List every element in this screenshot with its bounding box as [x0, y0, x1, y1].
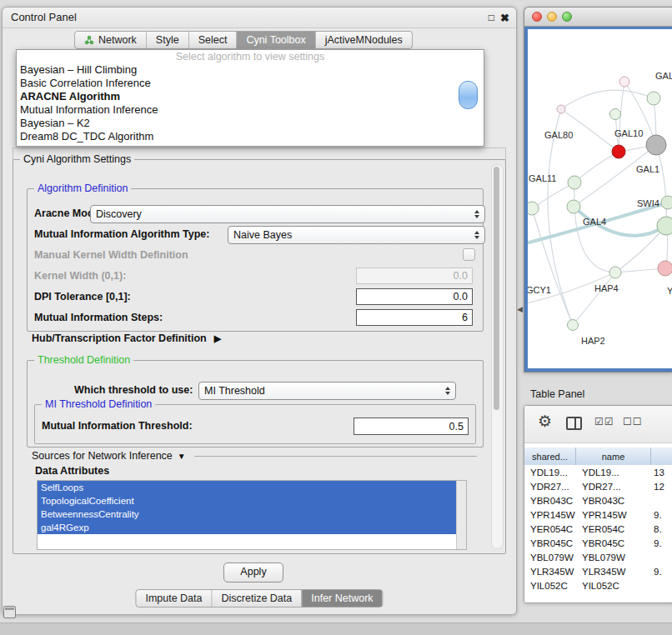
tab-impute-data[interactable]: Impute Data — [136, 590, 211, 607]
zoom-traffic-light-icon[interactable] — [562, 12, 572, 22]
tab-jactivemnodules[interactable]: jActiveMNodules — [315, 32, 412, 48]
attribute-item[interactable]: BetweennessCentrality — [38, 508, 457, 521]
network-graph: GAL80 GAL11 GAL10 GAL1 SWI4 GAL4 GCY1 HA… — [528, 29, 672, 368]
popup-placeholder-item[interactable]: Select algorithm to view settings — [17, 51, 484, 63]
combo-arrows-icon — [469, 231, 479, 239]
network-node-swi4[interactable] — [661, 196, 672, 209]
settings-scrollbar[interactable] — [491, 164, 504, 549]
node-label: Y — [667, 286, 672, 296]
table-row[interactable]: YBR045C YBR045C 9. — [524, 536, 672, 550]
network-canvas[interactable]: GAL80 GAL11 GAL10 GAL1 SWI4 GAL4 GCY1 HA… — [528, 29, 672, 368]
network-node-hap4[interactable] — [609, 267, 621, 278]
tab-style[interactable]: Style — [146, 32, 188, 48]
mi-steps-input[interactable] — [356, 309, 473, 326]
network-node[interactable] — [657, 217, 672, 235]
network-node-hap2[interactable] — [568, 320, 579, 331]
float-window-icon[interactable]: □ — [489, 12, 494, 22]
table-row[interactable]: YER054C YER054C 8. — [524, 522, 672, 536]
tab-infer-network[interactable]: Infer Network — [301, 590, 382, 607]
which-threshold-label: Which threshold to use: — [74, 384, 193, 396]
popup-option[interactable]: Bayesian – Hill Climbing — [17, 63, 484, 77]
attribute-item[interactable]: gal4RGexp — [38, 521, 457, 534]
network-node[interactable] — [619, 77, 629, 87]
hub-definition-toggle[interactable]: Hub/Transcription Factor Definition ▶ — [32, 332, 221, 344]
chevron-right-icon: ▶ — [214, 333, 221, 344]
column-header-partial[interactable] — [651, 448, 672, 465]
tab-discretize-data[interactable]: Discretize Data — [212, 590, 302, 607]
bottom-status-strip — [0, 622, 672, 635]
control-panel-window: Control Panel □ ✖ Network Style — [2, 7, 517, 615]
tab-cyni-toolbox[interactable]: Cyni Toolbox — [236, 32, 314, 48]
popup-option-selected[interactable]: ARACNE Algorithm — [17, 90, 484, 103]
column-header-shared-name[interactable]: shared... — [524, 448, 576, 465]
network-node[interactable] — [647, 92, 660, 105]
table-row[interactable]: YIL052C YIL052C — [524, 578, 672, 592]
control-panel-title: Control Panel — [11, 11, 77, 23]
network-node[interactable] — [557, 105, 565, 113]
node-label: HAP4 — [594, 283, 619, 293]
select-all-columns-icon[interactable]: ☑☑ — [594, 416, 614, 428]
network-node-gal10[interactable] — [612, 145, 625, 158]
dpi-tolerance-input[interactable] — [356, 288, 473, 305]
popup-option[interactable]: Basic Correlation Inference — [17, 77, 484, 90]
popup-option[interactable]: Dream8 DC_TDC Algorithm — [17, 130, 484, 143]
network-node-gal1[interactable] — [646, 135, 666, 155]
table-row[interactable]: YDR27... YDR27... 12 — [524, 479, 672, 493]
desktop: Control Panel □ ✖ Network Style — [0, 0, 672, 635]
network-node[interactable] — [610, 109, 621, 120]
network-view-window: GAL80 GAL11 GAL10 GAL1 SWI4 GAL4 GCY1 HA… — [524, 7, 672, 372]
tab-select[interactable]: Select — [188, 32, 237, 48]
table-row[interactable]: YLR345W YLR345W 9. — [524, 564, 672, 578]
aracne-mode-combo[interactable]: Discovery — [90, 205, 485, 223]
tab-network[interactable]: Network — [75, 32, 146, 48]
chevron-down-icon: ▼ — [178, 452, 186, 461]
attribute-item[interactable]: SelfLoops — [38, 481, 457, 494]
gear-icon[interactable]: ⚙ — [538, 413, 552, 429]
node-label: GAL4 — [583, 217, 606, 227]
network-node-gal11[interactable] — [568, 176, 581, 189]
panel-collapse-arrow-icon[interactable]: ◀ — [517, 305, 523, 313]
table-header: shared... name — [524, 448, 672, 466]
combo-arrows-icon — [469, 210, 479, 218]
group-border-line — [194, 456, 477, 457]
mi-threshold-input[interactable] — [354, 418, 469, 435]
close-traffic-light-icon[interactable] — [532, 12, 542, 22]
table-row[interactable]: YPR145W YPR145W 9. — [524, 508, 672, 522]
sources-section-toggle[interactable]: Sources for Network Inference ▼ — [32, 450, 477, 462]
network-node[interactable] — [528, 202, 539, 215]
minimize-traffic-light-icon[interactable] — [547, 12, 557, 22]
list-scrollbar[interactable] — [456, 481, 466, 549]
which-threshold-combo[interactable]: MI Threshold — [198, 382, 456, 400]
network-icon — [84, 35, 94, 45]
node-label: GAL80 — [544, 130, 573, 140]
mi-type-label: Mutual Information Algorithm Type: — [34, 228, 209, 240]
table-row[interactable]: YDL19... YDL19... 13 — [524, 465, 672, 479]
table-row[interactable]: YBL079W YBL079W — [524, 550, 672, 564]
table-panel-window: ⚙ ☑☑ ☐☐ shared... name YDL19... YDL19...… — [524, 405, 672, 603]
table-body: YDL19... YDL19... 13 YDR27... YDR27... 1… — [524, 465, 672, 602]
table-toolbar: ⚙ ☑☑ ☐☐ — [524, 406, 672, 443]
popup-scrollbar-thumb[interactable] — [459, 81, 478, 109]
node-label: GAL10 — [614, 128, 643, 138]
network-node-gal4[interactable] — [567, 200, 580, 213]
mi-threshold-group-title: MI Threshold Definition — [42, 398, 155, 410]
table-row[interactable]: YBR043C YBR043C — [524, 493, 672, 508]
docked-panel-icon[interactable] — [3, 606, 16, 618]
mi-threshold-group: MI Threshold Definition Mutual Informati… — [34, 404, 476, 444]
combo-arrows-icon — [440, 387, 450, 395]
data-attributes-list: SelfLoops TopologicalCoefficient Between… — [37, 480, 467, 550]
deselect-columns-icon[interactable]: ☐☐ — [623, 416, 643, 428]
settings-scrollbar-thumb[interactable] — [494, 167, 499, 410]
network-window-titlebar[interactable] — [524, 8, 672, 27]
apply-button[interactable]: Apply — [223, 562, 283, 582]
attribute-item[interactable]: TopologicalCoefficient — [38, 494, 457, 508]
column-header-name[interactable]: name — [576, 448, 651, 465]
dpi-tolerance-label: DPI Tolerance [0,1]: — [34, 291, 131, 302]
popup-option[interactable]: Bayesian – K2 — [17, 117, 484, 130]
columns-icon[interactable] — [566, 417, 582, 430]
network-node[interactable] — [658, 261, 672, 276]
tab-network-label: Network — [98, 34, 137, 46]
close-icon[interactable]: ✖ — [500, 12, 509, 23]
popup-option[interactable]: Mutual Information Inference — [17, 103, 484, 117]
mi-type-combo[interactable]: Naive Bayes — [228, 226, 485, 244]
